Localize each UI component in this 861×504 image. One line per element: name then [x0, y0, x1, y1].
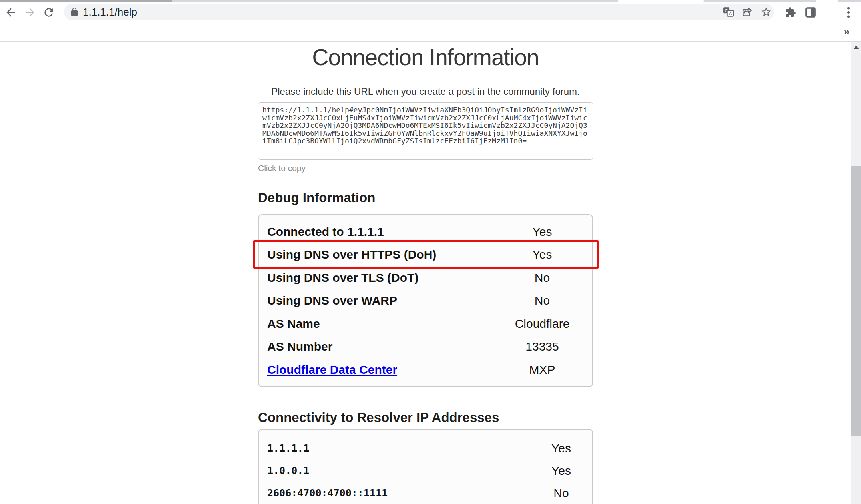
row-value: Yes	[492, 225, 592, 239]
resolver-ip-table: 1.1.1.1 Yes 1.0.0.1 Yes 2606:4700:4700::…	[258, 429, 593, 504]
table-row: 2606:4700:4700::1111 No	[259, 482, 592, 504]
row-value: No	[492, 271, 592, 285]
bookmarks-bar: »	[0, 23, 861, 41]
row-label: 1.1.1.1	[259, 442, 530, 454]
bookmarks-overflow-chevron[interactable]: »	[840, 24, 853, 40]
scrollbar-up-button[interactable]	[851, 42, 861, 53]
translate-icon: G A	[723, 7, 734, 17]
row-value: Yes	[492, 248, 592, 261]
share-button[interactable]	[741, 6, 753, 18]
row-label: Using DNS over HTTPS (DoH)	[259, 248, 492, 261]
forward-icon	[24, 6, 36, 19]
resolver-connectivity-heading: Connectivity to Resolver IP Addresses	[258, 410, 593, 426]
side-panel-button[interactable]	[805, 6, 817, 18]
share-icon	[742, 6, 753, 18]
row-value: MXP	[492, 363, 592, 377]
row-label: Using DNS over WARP	[259, 294, 492, 307]
row-label: Connected to 1.1.1.1	[259, 225, 492, 239]
table-row: AS Number 13335	[259, 335, 592, 359]
bookmark-button[interactable]	[760, 6, 772, 18]
address-bar[interactable]: 1.1.1.1/help G A	[64, 4, 774, 20]
table-row: 1.1.1.1 Yes	[259, 437, 592, 460]
back-button[interactable]	[4, 6, 18, 19]
url-text[interactable]: 1.1.1.1/help	[83, 4, 137, 20]
table-row: Using DNS over WARP No	[259, 289, 592, 313]
page-content: Connection Information Please include th…	[0, 42, 851, 504]
scroll-up-arrow-icon	[853, 46, 859, 49]
row-label: AS Name	[259, 317, 492, 331]
forward-button[interactable]	[23, 6, 37, 19]
translate-button[interactable]: G A	[723, 6, 735, 18]
debug-information-table: Connected to 1.1.1.1 Yes Using DNS over …	[258, 214, 593, 387]
table-row: Cloudflare Data Center MXP	[259, 358, 592, 381]
row-label: Cloudflare Data Center	[259, 363, 492, 377]
row-label: AS Number	[259, 340, 492, 353]
extensions-button[interactable]	[785, 6, 797, 18]
svg-text:A: A	[729, 11, 732, 16]
debug-information-heading: Debug Information	[258, 190, 593, 206]
back-icon	[4, 6, 17, 19]
community-forum-note: Please include this URL when you create …	[258, 86, 593, 98]
reload-icon	[42, 6, 55, 19]
browser-menu-button[interactable]	[845, 6, 853, 18]
row-value: No	[492, 294, 592, 307]
browser-toolbar: 1.1.1.1/help G A	[0, 2, 861, 23]
row-value: Yes	[530, 442, 592, 455]
extensions-puzzle-icon	[785, 7, 796, 18]
bookmark-star-icon	[761, 6, 772, 18]
row-value: No	[530, 486, 592, 500]
side-panel-icon	[805, 7, 816, 18]
table-row: AS Name Cloudflare	[259, 312, 592, 335]
row-value: Yes	[530, 464, 592, 478]
row-value: 13335	[492, 340, 592, 353]
debug-url-box[interactable]: https://1.1.1.1/help#eyJpc0NmIjoiWWVzIiw…	[258, 102, 593, 160]
table-row-highlighted: Using DNS over HTTPS (DoH) Yes	[259, 243, 592, 267]
page-title: Connection Information	[258, 45, 593, 70]
reload-button[interactable]	[42, 6, 56, 19]
table-row: 1.0.0.1 Yes	[259, 460, 592, 482]
lock-icon[interactable]	[70, 7, 79, 17]
row-value: Cloudflare	[492, 317, 592, 331]
table-row: Using DNS over TLS (DoT) No	[259, 266, 592, 289]
menu-dots-icon	[847, 6, 851, 18]
table-row: Connected to 1.1.1.1 Yes	[259, 220, 592, 243]
row-label: 2606:4700:4700::1111	[259, 487, 530, 499]
scrollbar-thumb[interactable]	[851, 166, 861, 436]
cloudflare-data-center-link[interactable]: Cloudflare Data Center	[267, 363, 397, 376]
click-to-copy-label: Click to copy	[258, 163, 593, 173]
row-label: Using DNS over TLS (DoT)	[259, 271, 492, 285]
vertical-scrollbar[interactable]	[851, 42, 861, 504]
row-label: 1.0.0.1	[259, 465, 530, 476]
